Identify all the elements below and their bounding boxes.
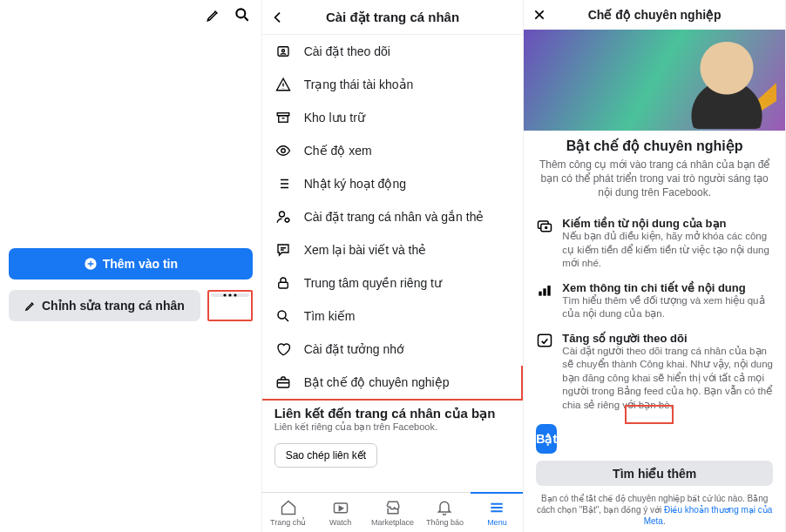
add-to-story-button[interactable]: Thêm vào tin xyxy=(9,248,253,279)
svg-rect-12 xyxy=(278,282,288,288)
pro-mode-header: Chế độ chuyên nghiệp xyxy=(524,0,785,30)
tab-notifications[interactable]: Thông báo xyxy=(418,493,471,532)
feature-desc: Nếu bạn đủ điều kiện, hãy mở khóa các cô… xyxy=(562,230,773,271)
briefcase-icon xyxy=(274,374,292,390)
setting-archive[interactable]: Kho lưu trữ xyxy=(262,101,524,134)
edit-pencil-icon[interactable] xyxy=(206,7,221,23)
copy-link-button[interactable]: Sao chép liên kết xyxy=(274,443,377,468)
close-icon[interactable] xyxy=(532,8,546,22)
feature-followers: Tăng số người theo dõi Cài đặt người the… xyxy=(524,327,785,418)
search-icon[interactable] xyxy=(234,6,251,24)
feature-desc: Tìm hiểu thêm về đối tượng và xem hiệu q… xyxy=(562,294,773,321)
hero-illustration xyxy=(524,30,785,131)
money-icon xyxy=(536,217,553,271)
tab-label: Marketplace xyxy=(371,518,414,527)
list-icon xyxy=(274,176,292,192)
archive-icon xyxy=(274,110,292,125)
setting-view-as[interactable]: Chế độ xem xyxy=(262,134,524,167)
setting-label: Cài đặt trang cá nhân và gắn thẻ xyxy=(304,210,484,224)
svg-rect-19 xyxy=(539,292,542,296)
bottom-tabbar: Trang chủ Watch Marketplace Thông báo Me… xyxy=(262,492,524,532)
setting-activity-log[interactable]: Nhật ký hoạt động xyxy=(262,167,524,200)
svg-rect-22 xyxy=(539,334,552,346)
speech-icon xyxy=(274,242,292,258)
chart-icon xyxy=(536,281,553,321)
svg-point-4 xyxy=(234,293,236,296)
link-section-title: Liên kết đến trang cá nhân của bạn xyxy=(262,401,524,421)
settings-header: Cài đặt trang cá nhân xyxy=(262,0,524,35)
profile-panel: Thêm vào tin Chỉnh sửa trang cá nhân xyxy=(0,0,262,532)
professional-mode-panel: Chế độ chuyên nghiệp Bật chế độ chuyên n… xyxy=(524,0,786,532)
terms-text: Bạn có thể tắt chế độ chuyên nghiệp bất … xyxy=(524,491,785,532)
tab-label: Menu xyxy=(487,518,507,527)
person-gear-icon xyxy=(274,209,292,225)
warning-icon xyxy=(274,77,292,92)
setting-profile-tagging[interactable]: Cài đặt trang cá nhân và gắn thẻ xyxy=(262,200,524,233)
svg-point-0 xyxy=(236,9,245,17)
svg-point-3 xyxy=(228,293,231,296)
svg-point-9 xyxy=(281,149,285,153)
setting-professional-mode[interactable]: Bật chế độ chuyên nghiệp xyxy=(262,366,524,401)
setting-label: Chế độ xem xyxy=(304,144,372,158)
heart-icon xyxy=(274,341,292,357)
svg-point-18 xyxy=(545,226,547,229)
feature-title: Xem thông tin chi tiết về nội dung xyxy=(562,281,773,294)
setting-label: Trung tâm quyền riêng tư xyxy=(304,276,442,290)
setting-label: Bật chế độ chuyên nghiệp xyxy=(304,375,450,389)
tab-label: Trang chủ xyxy=(270,518,306,527)
followers-icon xyxy=(536,332,553,413)
tab-label: Watch xyxy=(329,518,351,527)
setting-label: Kho lưu trữ xyxy=(304,111,365,125)
settings-panel: Cài đặt trang cá nhân Cài đặt theo dõi T… xyxy=(262,0,525,532)
more-options-button[interactable] xyxy=(211,293,249,297)
feature-desc: Cài đặt người theo dõi trang cá nhân của… xyxy=(562,345,773,413)
svg-point-13 xyxy=(278,311,286,319)
svg-rect-21 xyxy=(548,286,551,296)
svg-rect-5 xyxy=(278,47,288,57)
svg-point-2 xyxy=(223,293,226,296)
setting-privacy-center[interactable]: Trung tâm quyền riêng tư xyxy=(262,266,524,300)
setting-label: Nhật ký hoạt động xyxy=(304,177,406,191)
person-plus-icon xyxy=(274,44,292,59)
tab-menu[interactable]: Menu xyxy=(471,492,523,532)
setting-label: Xem lại bài viết và thẻ xyxy=(304,243,427,257)
tab-watch[interactable]: Watch xyxy=(315,493,367,532)
svg-point-10 xyxy=(279,212,284,217)
setting-label: Cài đặt theo dõi xyxy=(304,44,390,58)
pro-mode-heading: Bật chế độ chuyên nghiệp xyxy=(536,138,773,154)
pro-mode-subheading: Thêm công cụ mới vào trang cá nhân của b… xyxy=(536,158,773,200)
svg-rect-14 xyxy=(277,380,289,387)
back-icon[interactable] xyxy=(271,10,285,24)
turn-on-highlight xyxy=(625,405,674,424)
eye-icon xyxy=(274,143,292,158)
setting-label: Tìm kiếm xyxy=(304,309,356,323)
setting-follow[interactable]: Cài đặt theo dõi xyxy=(262,35,524,68)
setting-review-posts[interactable]: Xem lại bài viết và thẻ xyxy=(262,233,524,266)
feature-insights: Xem thông tin chi tiết về nội dung Tìm h… xyxy=(524,276,785,327)
tab-marketplace[interactable]: Marketplace xyxy=(367,493,419,532)
link-section-subtitle: Liên kết riêng của bạn trên Facebook. xyxy=(262,421,524,440)
edit-profile-button[interactable]: Chỉnh sửa trang cá nhân xyxy=(9,290,200,321)
feature-title: Kiếm tiền từ nội dung của bạn xyxy=(562,217,773,230)
tab-home[interactable]: Trang chủ xyxy=(262,493,315,532)
setting-account-status[interactable]: Trạng thái tài khoản xyxy=(262,68,524,101)
tab-label: Thông báo xyxy=(426,518,464,527)
cover-photo-area xyxy=(0,30,261,243)
svg-rect-8 xyxy=(278,116,288,123)
settings-list: Cài đặt theo dõi Trạng thái tài khoản Kh… xyxy=(262,35,524,492)
pro-mode-title: Chế độ chuyên nghiệp xyxy=(546,8,762,22)
svg-point-6 xyxy=(281,50,284,52)
setting-memorialization[interactable]: Cài đặt tưởng nhớ xyxy=(262,333,524,366)
turn-on-button[interactable]: Bật xyxy=(536,424,557,454)
setting-search[interactable]: Tìm kiếm xyxy=(262,300,524,333)
svg-rect-20 xyxy=(544,288,546,295)
feature-title: Tăng số người theo dõi xyxy=(562,332,773,345)
settings-title: Cài đặt trang cá nhân xyxy=(285,10,501,25)
feature-monetize: Kiếm tiền từ nội dung của bạn Nếu bạn đủ… xyxy=(524,212,785,276)
more-button-highlight xyxy=(207,290,253,321)
setting-label: Cài đặt tưởng nhớ xyxy=(304,342,404,356)
search-icon xyxy=(274,308,292,324)
svg-point-11 xyxy=(285,219,289,223)
profile-header xyxy=(0,0,261,30)
learn-more-button[interactable]: Tìm hiểu thêm xyxy=(536,461,773,486)
